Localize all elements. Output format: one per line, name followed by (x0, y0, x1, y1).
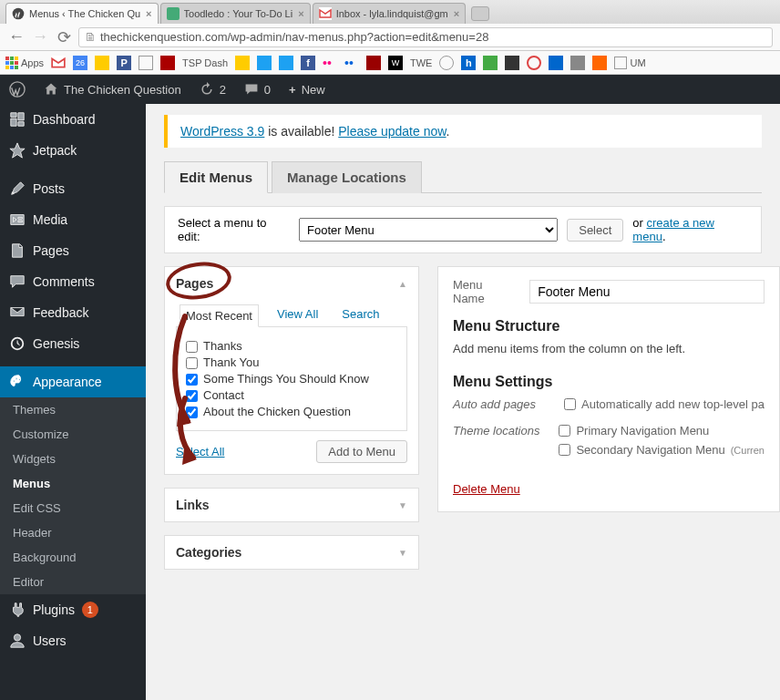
new-link[interactable]: + New (280, 75, 334, 104)
browser-toolbar: ← → ⟳ 🗎 thechickenquestion.com/wp-admin/… (0, 24, 780, 51)
bookmark-icon[interactable] (505, 56, 519, 70)
subtab-search[interactable]: Search (336, 304, 385, 326)
close-icon[interactable]: × (298, 8, 303, 19)
sidebar-item-pages[interactable]: Pages (0, 235, 146, 266)
close-icon[interactable]: × (146, 8, 151, 19)
page-checkbox[interactable] (186, 390, 198, 402)
menu-name-input[interactable] (529, 280, 765, 304)
bookmark-item[interactable]: TWE (410, 57, 432, 68)
update-now-link[interactable]: Please update now (338, 124, 446, 139)
add-to-menu-button[interactable]: Add to Menu (316, 440, 407, 463)
delete-menu-link[interactable]: Delete Menu (453, 482, 520, 496)
bookmark-icon[interactable] (95, 56, 109, 70)
sidebar-sub-customize[interactable]: Customize (0, 422, 146, 447)
sidebar-item-dashboard[interactable]: Dashboard (0, 104, 146, 135)
subtab-recent[interactable]: Most Recent (180, 304, 259, 327)
site-link[interactable]: The Chicken Question (35, 75, 190, 104)
page-item[interactable]: Contact (186, 388, 397, 402)
bookmark-icon[interactable]: •• (323, 56, 337, 70)
browser-tab[interactable]: Toodledo : Your To-Do Li × (160, 3, 311, 24)
sidebar-item-media[interactable]: Media (0, 204, 146, 235)
sidebar-sub-menus[interactable]: Menus (0, 471, 146, 496)
subtab-view-all[interactable]: View All (272, 304, 323, 326)
address-bar[interactable]: 🗎 thechickenquestion.com/wp-admin/nav-me… (78, 27, 773, 47)
apps-button[interactable]: Apps (5, 57, 44, 69)
bookmark-icon[interactable] (51, 56, 66, 70)
bookmark-icon[interactable] (549, 56, 563, 70)
bookmark-icon[interactable]: f (301, 56, 315, 70)
bookmark-icon[interactable]: W (388, 56, 403, 70)
updates-link[interactable]: 2 (190, 75, 235, 104)
bookmark-icon[interactable] (139, 56, 153, 70)
page-checkbox[interactable] (186, 341, 198, 353)
wp-logo[interactable] (0, 75, 35, 104)
sidebar-sub-themes[interactable]: Themes (0, 397, 146, 422)
comments-link[interactable]: 0 (235, 75, 280, 104)
bookmark-icon[interactable] (235, 56, 250, 70)
page-checkbox[interactable] (186, 407, 198, 418)
wp-version-link[interactable]: WordPress 3.9 (180, 124, 264, 139)
menu-structure-heading: Menu Structure (453, 318, 765, 335)
sidebar-item-feedback[interactable]: Feedback (0, 297, 146, 328)
page-checkbox[interactable] (186, 374, 198, 386)
page-item[interactable]: Some Things You Should Know (186, 372, 397, 386)
sidebar-sub-background[interactable]: Background (0, 545, 146, 570)
bookmark-item[interactable]: TSP Dash (182, 57, 228, 68)
bookmark-icon[interactable]: h (461, 56, 476, 70)
sidebar-item-posts[interactable]: Posts (0, 173, 146, 204)
bookmark-icon[interactable] (366, 56, 381, 70)
browser-tab-active[interactable]: Menus ‹ The Chicken Qu × (5, 3, 159, 24)
bookmark-icon[interactable] (527, 56, 541, 70)
location-primary[interactable]: Primary Navigation Menu (559, 424, 765, 438)
auto-add-option[interactable]: Automatically add new top-level pa (564, 397, 765, 411)
sidebar-item-comments[interactable]: Comments (0, 266, 146, 297)
select-button[interactable]: Select (567, 219, 623, 242)
reload-button[interactable]: ⟳ (55, 27, 73, 47)
location-checkbox[interactable] (559, 444, 570, 456)
bookmark-icon[interactable] (483, 56, 498, 70)
dash-icon (9, 111, 26, 128)
sidebar-item-jetpack[interactable]: Jetpack (0, 135, 146, 166)
location-secondary[interactable]: Secondary Navigation Menu (Curren (559, 443, 765, 457)
location-checkbox[interactable] (559, 425, 570, 437)
bookmark-icon[interactable] (439, 56, 454, 70)
page-checkbox[interactable] (186, 357, 198, 369)
tab-edit-menus[interactable]: Edit Menus (164, 161, 268, 193)
bookmark-icon[interactable] (570, 56, 585, 70)
bookmark-icon[interactable]: 26 (73, 56, 87, 70)
sidebar-sub-widgets[interactable]: Widgets (0, 447, 146, 471)
update-badge: 1 (82, 602, 98, 618)
menu-select[interactable]: Footer Menu (299, 218, 558, 242)
back-button[interactable]: ← (7, 27, 26, 46)
bookmark-icon[interactable]: •• (344, 56, 359, 70)
sidebar-sub-header[interactable]: Header (0, 520, 146, 545)
sidebar-item-users[interactable]: Users (0, 625, 146, 656)
bookmark-icon[interactable] (279, 56, 293, 70)
categories-metabox-toggle[interactable]: Categories ▼ (165, 536, 418, 569)
forward-button[interactable]: → (31, 27, 49, 46)
menu-edit-panel: Menu Name Menu Structure Add menu items … (437, 266, 780, 512)
tab-title: Toodledo : Your To-Do Li (184, 8, 293, 19)
sidebar-item-genesis[interactable]: Genesis (0, 328, 146, 359)
bookmark-icon[interactable] (257, 56, 272, 70)
links-metabox-toggle[interactable]: Links ▼ (165, 489, 418, 521)
page-item[interactable]: Thank You (186, 355, 397, 369)
page-item[interactable]: Thanks (186, 339, 397, 353)
sidebar-sub-editor[interactable]: Editor (0, 570, 146, 594)
bookmark-icon[interactable]: P (117, 56, 131, 70)
new-tab-button[interactable] (471, 6, 489, 21)
bookmark-icon[interactable] (592, 56, 607, 70)
auto-add-checkbox[interactable] (564, 398, 576, 410)
select-all-link[interactable]: Select All (176, 445, 224, 458)
tab-title: Menus ‹ The Chicken Qu (29, 8, 140, 19)
page-item[interactable]: About the Chicken Question (186, 405, 397, 418)
browser-tab[interactable]: Inbox - lyla.lindquist@gm × (313, 3, 467, 24)
sidebar-item-plugins[interactable]: Plugins1 (0, 594, 146, 625)
tab-manage-locations[interactable]: Manage Locations (272, 161, 422, 193)
bookmark-icon[interactable] (160, 56, 175, 70)
close-icon[interactable]: × (454, 8, 459, 19)
bookmark-item[interactable]: UM (614, 57, 645, 69)
sidebar-sub-edit-css[interactable]: Edit CSS (0, 496, 146, 520)
pages-metabox-toggle[interactable]: Pages ▲ (165, 267, 418, 300)
sidebar-item-appearance[interactable]: Appearance (0, 366, 146, 397)
